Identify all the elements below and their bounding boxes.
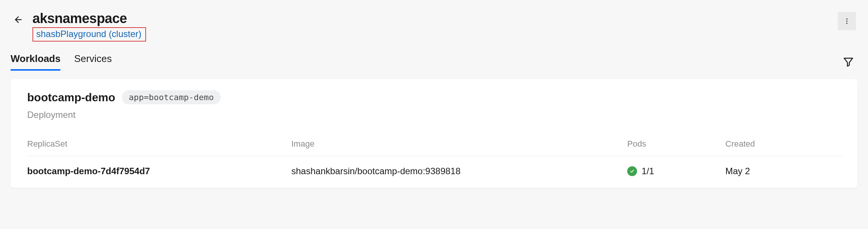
col-replicaset: ReplicaSet [27, 139, 291, 149]
tab-bar: Workloads Services [11, 53, 112, 71]
page-title: aksnamespace [32, 11, 146, 26]
more-menu-button[interactable] [838, 12, 856, 30]
status-ok-icon [627, 166, 637, 176]
created-date: May 2 [725, 166, 842, 176]
image-name: shashankbarsin/bootcamp-demo:9389818 [291, 166, 627, 176]
pods-count: 1/1 [642, 166, 654, 176]
filter-icon[interactable] [841, 54, 856, 70]
replicaset-name: bootcamp-demo-7d4f7954d7 [27, 166, 291, 176]
replicaset-table: ReplicaSet Image Pods Created bootcamp-d… [27, 139, 842, 176]
col-created: Created [725, 139, 842, 149]
workload-card: bootcamp-demo app=bootcamp-demo Deployme… [11, 79, 857, 188]
label-pill: app=bootcamp-demo [122, 90, 220, 104]
tab-workloads[interactable]: Workloads [11, 53, 60, 71]
resource-kind: Deployment [27, 110, 842, 120]
svg-point-1 [846, 21, 848, 22]
deployment-name: bootcamp-demo [27, 91, 115, 104]
svg-point-2 [846, 23, 848, 24]
breadcrumb-highlight: shasbPlayground (cluster) [32, 27, 146, 42]
tab-services[interactable]: Services [74, 53, 112, 71]
cluster-link[interactable]: shasbPlayground (cluster) [36, 29, 142, 39]
col-image: Image [291, 139, 627, 149]
svg-point-0 [846, 19, 848, 20]
col-pods: Pods [627, 139, 725, 149]
back-arrow-icon[interactable] [11, 12, 26, 27]
table-row[interactable]: bootcamp-demo-7d4f7954d7 shashankbarsin/… [27, 156, 842, 176]
